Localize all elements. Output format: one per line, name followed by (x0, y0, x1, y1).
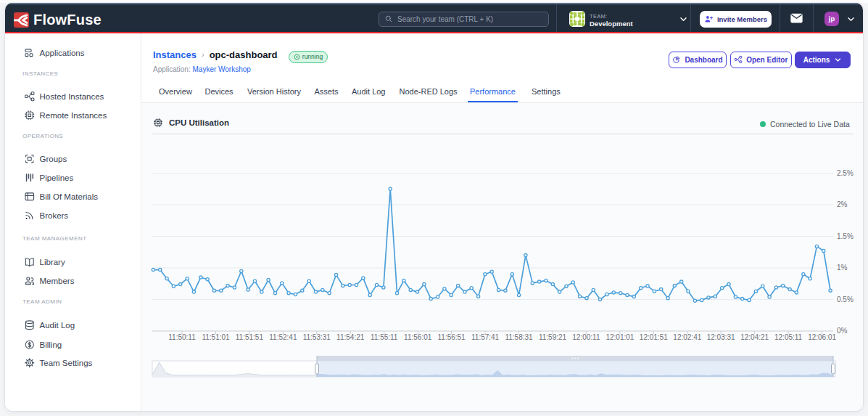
svg-text:11:52:41: 11:52:41 (269, 333, 297, 341)
svg-text:0%: 0% (837, 327, 848, 335)
svg-text:11:51:01: 11:51:01 (202, 333, 230, 341)
svg-text:11:57:41: 11:57:41 (471, 333, 500, 341)
svg-text:11:58:31: 11:58:31 (505, 333, 533, 341)
svg-text:11:51:51: 11:51:51 (236, 333, 264, 341)
svg-text:12:00:11: 12:00:11 (572, 333, 600, 341)
svg-text:12:01:01: 12:01:01 (605, 333, 634, 341)
svg-text:12:02:41: 12:02:41 (673, 333, 701, 341)
svg-text:11:55:11: 11:55:11 (371, 333, 398, 341)
svg-text:12:03:31: 12:03:31 (707, 333, 735, 341)
svg-text:11:56:51: 11:56:51 (438, 333, 466, 341)
svg-text:11:54:21: 11:54:21 (336, 333, 365, 341)
svg-text:1.5%: 1.5% (837, 232, 853, 240)
svg-text:12:06:01: 12:06:01 (808, 333, 836, 341)
svg-text:11:56:01: 11:56:01 (404, 333, 432, 341)
svg-text:0.5%: 0.5% (837, 295, 853, 303)
svg-text:12:01:51: 12:01:51 (640, 333, 668, 341)
svg-text:1%: 1% (837, 264, 848, 272)
svg-text:11:50:11: 11:50:11 (168, 333, 196, 341)
svg-text:2.5%: 2.5% (837, 169, 853, 177)
svg-text:2%: 2% (837, 200, 848, 208)
svg-text:11:59:21: 11:59:21 (539, 333, 567, 341)
svg-text:12:05:11: 12:05:11 (774, 333, 803, 341)
svg-text:12:04:21: 12:04:21 (740, 333, 769, 341)
svg-text:11:53:31: 11:53:31 (303, 333, 331, 341)
